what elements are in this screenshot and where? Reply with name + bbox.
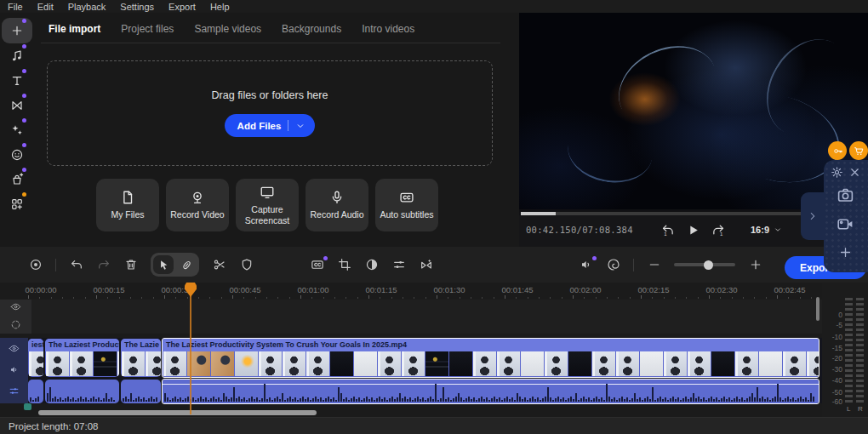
tab-project-files[interactable]: Project files xyxy=(121,23,174,35)
sidebar-item-store[interactable] xyxy=(2,167,32,191)
eye-icon[interactable] xyxy=(10,300,21,316)
subtitles-button[interactable] xyxy=(310,258,324,272)
widget-collapse-tab[interactable] xyxy=(801,192,825,240)
waveform-bar xyxy=(279,399,281,402)
action-my-files[interactable]: My Files xyxy=(96,179,159,231)
menu-help[interactable]: Help xyxy=(210,2,230,12)
video-clip[interactable]: The Lazie xyxy=(121,339,161,377)
action-capture-screencast[interactable]: Capture Screencast xyxy=(236,179,299,231)
audio-clip[interactable] xyxy=(163,380,819,403)
audio-clip[interactable] xyxy=(121,380,161,403)
drop-zone[interactable]: Drag files or folders here Add Files xyxy=(47,60,493,166)
previous-frame-button[interactable]: 1 xyxy=(660,223,675,241)
sidebar-item-stickers[interactable] xyxy=(2,142,32,167)
activation-key-button[interactable] xyxy=(828,141,847,160)
screen-record-button[interactable] xyxy=(837,215,854,233)
filters-button[interactable] xyxy=(391,258,406,272)
tab-backgrounds[interactable]: Backgrounds xyxy=(282,23,341,35)
waveform-bar xyxy=(483,399,485,402)
waveform-bar xyxy=(634,393,636,402)
tab-sample-videos[interactable]: Sample videos xyxy=(194,23,261,35)
sidebar-item-titles[interactable] xyxy=(2,68,32,93)
ruler-minor-tick xyxy=(85,297,86,299)
clip-thumbnail xyxy=(473,351,496,376)
menu-settings[interactable]: Settings xyxy=(120,2,154,12)
audio-mixer-button[interactable] xyxy=(579,258,593,272)
waveform-bar xyxy=(223,393,225,402)
menu-file[interactable]: File xyxy=(8,2,23,12)
eye-icon[interactable] xyxy=(9,342,20,357)
waveform-bar xyxy=(192,397,194,402)
ruler-minor-tick xyxy=(277,297,278,299)
select-tool-button[interactable] xyxy=(153,255,174,274)
crop-button[interactable] xyxy=(337,258,351,272)
meter-segment xyxy=(845,323,853,326)
action-record-audio[interactable]: Record Audio xyxy=(306,179,368,231)
waveform-bar xyxy=(754,397,756,402)
menu-export[interactable]: Export xyxy=(168,2,196,12)
add-files-button[interactable]: Add Files xyxy=(225,114,316,137)
timeline: 00:00:0000:00:1500:00:3000:00:4500:01:00… xyxy=(0,283,868,417)
sidebar-item-audio[interactable] xyxy=(2,43,32,68)
waveform-bar xyxy=(629,400,631,402)
chevron-down-icon[interactable] xyxy=(295,121,306,131)
widget-settings-button[interactable] xyxy=(831,166,843,179)
action-record-video[interactable]: Record Video xyxy=(166,179,229,231)
color-adjustments-button[interactable] xyxy=(364,258,379,272)
waveform-bar xyxy=(570,397,572,402)
chroma-key-button[interactable] xyxy=(606,258,620,272)
store-cart-button[interactable] xyxy=(849,141,868,160)
sticker-icon xyxy=(10,148,24,162)
tab-intro-videos[interactable]: Intro videos xyxy=(362,23,414,35)
waveform-bar xyxy=(325,398,327,402)
video-clip[interactable]: iest xyxy=(28,339,43,377)
aspect-ratio-select[interactable]: 16:9 xyxy=(751,225,782,235)
redo-button[interactable] xyxy=(96,258,111,272)
waveform-bar xyxy=(251,397,253,402)
import-action-buttons: My FilesRecord VideoCapture ScreencastRe… xyxy=(96,179,438,231)
menu-playback[interactable]: Playback xyxy=(68,2,106,12)
undo-button[interactable] xyxy=(69,258,83,272)
audio-clip[interactable] xyxy=(45,380,119,403)
tab-file-import[interactable]: File import xyxy=(49,23,100,35)
split-button[interactable] xyxy=(212,258,226,272)
sidebar-item-more-tools[interactable] xyxy=(2,191,32,216)
play-button[interactable] xyxy=(686,223,700,241)
waveform-bar xyxy=(440,398,442,402)
swirl-icon xyxy=(607,258,620,271)
horizontal-scrollbar[interactable] xyxy=(38,410,317,415)
sidebar-item-add-media[interactable] xyxy=(2,18,32,43)
widget-add-button[interactable] xyxy=(838,245,853,260)
sidebar-item-effects[interactable] xyxy=(2,117,32,142)
toolbar-right-group xyxy=(579,247,762,283)
action-auto-subtitles[interactable]: Auto subtitles xyxy=(375,179,438,231)
waveform-bar xyxy=(185,398,186,402)
waveform-bar xyxy=(277,397,278,402)
protect-button[interactable] xyxy=(239,258,254,272)
link-tool-button[interactable] xyxy=(176,255,197,274)
video-clip[interactable]: The Laziest Productivity System To Crush… xyxy=(163,339,819,377)
waveform-bar xyxy=(83,399,84,402)
timeline-zoom-slider[interactable] xyxy=(674,263,735,266)
keyframes-icon[interactable] xyxy=(9,385,20,400)
snapshot-button[interactable] xyxy=(837,186,854,204)
speaker-icon[interactable] xyxy=(9,363,20,379)
zoom-out-button[interactable] xyxy=(647,258,661,272)
timeline-ruler[interactable]: 00:00:0000:00:1500:00:3000:00:4500:01:00… xyxy=(0,283,868,300)
next-frame-button[interactable]: 1 xyxy=(711,223,726,241)
zoom-slider-handle[interactable] xyxy=(704,260,713,270)
vertical-scrollbar[interactable] xyxy=(816,297,819,321)
waveform-bar xyxy=(437,400,439,402)
menu-edit[interactable]: Edit xyxy=(37,2,54,12)
widget-close-button[interactable] xyxy=(848,166,861,179)
toolbar-left-group xyxy=(28,247,433,283)
transition-wizard-button[interactable] xyxy=(419,258,433,272)
sidebar-item-transitions[interactable] xyxy=(2,93,32,117)
audio-clip[interactable] xyxy=(28,380,43,403)
chain-icon[interactable] xyxy=(10,318,21,334)
zoom-in-button[interactable] xyxy=(748,258,762,272)
voice-record-button[interactable] xyxy=(28,258,43,272)
waveform-bar xyxy=(338,387,340,402)
video-clip[interactable]: The Laziest Product xyxy=(45,339,119,377)
delete-button[interactable] xyxy=(123,258,138,272)
